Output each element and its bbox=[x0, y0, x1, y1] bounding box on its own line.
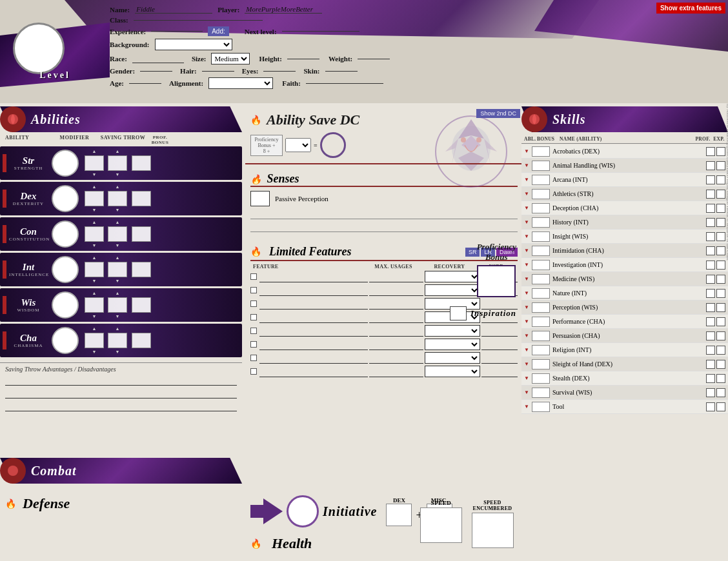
lf-checkbox-5[interactable] bbox=[250, 341, 257, 348]
skill-prof-9[interactable] bbox=[706, 275, 715, 284]
skill-exp-9[interactable] bbox=[716, 275, 725, 284]
skill-exp-1[interactable] bbox=[716, 161, 725, 170]
speed-encumbered-box[interactable] bbox=[472, 513, 514, 548]
lf-recovery-select-1[interactable]: SRLRDawn bbox=[425, 284, 480, 296]
prof-bonus-con[interactable] bbox=[132, 226, 151, 242]
ability-modifier-dex[interactable] bbox=[85, 191, 104, 206]
skill-prof-14[interactable] bbox=[706, 346, 715, 355]
skill-exp-5[interactable] bbox=[716, 218, 725, 227]
saving-throw-line-1[interactable] bbox=[5, 375, 237, 386]
lf-feature-field-3[interactable] bbox=[259, 311, 368, 323]
lf-max-field-3[interactable] bbox=[369, 311, 423, 323]
skill-bonus-9[interactable] bbox=[532, 274, 550, 284]
skill-exp-10[interactable] bbox=[716, 289, 725, 298]
skill-exp-3[interactable] bbox=[716, 190, 725, 199]
lf-checkbox-7[interactable] bbox=[250, 368, 257, 375]
skill-exp-14[interactable] bbox=[716, 346, 725, 355]
add-exp-button[interactable]: Add: bbox=[208, 26, 229, 36]
skill-exp-15[interactable] bbox=[716, 360, 725, 369]
class-value[interactable] bbox=[134, 20, 263, 21]
passive-perception-box[interactable] bbox=[250, 191, 270, 206]
dex-box[interactable] bbox=[386, 504, 412, 526]
skill-exp-18[interactable] bbox=[716, 402, 725, 411]
lf-recovery-select-0[interactable]: SRLRDawn bbox=[425, 271, 480, 282]
lf-recovery-select-6[interactable]: SRLRDawn bbox=[425, 352, 480, 364]
skill-prof-1[interactable] bbox=[706, 161, 715, 170]
skill-bonus-8[interactable] bbox=[532, 260, 550, 270]
lf-checkbox-0[interactable] bbox=[250, 273, 257, 280]
lf-feature-field-7[interactable] bbox=[259, 366, 368, 377]
lf-max-field-5[interactable] bbox=[369, 339, 423, 350]
skill-prof-4[interactable] bbox=[706, 204, 715, 213]
faith-value[interactable] bbox=[306, 83, 383, 84]
skill-bonus-7[interactable] bbox=[532, 246, 550, 256]
lf-max-field-2[interactable] bbox=[369, 298, 423, 310]
lf-used-field-4[interactable] bbox=[481, 325, 518, 337]
adc-ability-select[interactable] bbox=[285, 138, 311, 152]
saving-throw-line-3[interactable] bbox=[5, 401, 237, 411]
lf-feature-field-5[interactable] bbox=[259, 339, 368, 350]
skill-bonus-1[interactable] bbox=[532, 161, 550, 171]
skin-value[interactable] bbox=[325, 71, 358, 72]
saving-throw-int[interactable] bbox=[108, 262, 127, 277]
lf-feature-field-4[interactable] bbox=[259, 325, 368, 337]
sense-line-1[interactable] bbox=[250, 209, 518, 219]
prof-bonus-dex[interactable] bbox=[132, 191, 151, 206]
lf-feature-field-6[interactable] bbox=[259, 352, 368, 364]
skill-bonus-13[interactable] bbox=[532, 331, 550, 341]
next-level-value[interactable] bbox=[282, 31, 359, 32]
skill-bonus-16[interactable] bbox=[532, 373, 550, 384]
lf-checkbox-3[interactable] bbox=[250, 314, 257, 320]
height-value[interactable] bbox=[287, 59, 319, 59]
skill-exp-4[interactable] bbox=[716, 204, 725, 213]
lf-recovery-select-4[interactable]: SRLRDawn bbox=[425, 325, 480, 337]
skill-prof-0[interactable] bbox=[706, 147, 715, 156]
ability-modifier-str[interactable] bbox=[85, 155, 104, 171]
skill-exp-11[interactable] bbox=[716, 303, 725, 312]
skill-prof-18[interactable] bbox=[706, 402, 715, 411]
skill-bonus-2[interactable] bbox=[532, 175, 550, 185]
saving-throw-cha[interactable] bbox=[108, 333, 127, 348]
speed-box[interactable] bbox=[420, 507, 462, 543]
lf-max-field-6[interactable] bbox=[369, 352, 423, 364]
skill-bonus-5[interactable] bbox=[532, 217, 550, 228]
skill-bonus-15[interactable] bbox=[532, 359, 550, 369]
prof-bonus-str[interactable] bbox=[132, 155, 151, 171]
ability-score-cha[interactable] bbox=[52, 327, 79, 354]
skill-exp-17[interactable] bbox=[716, 388, 725, 397]
skill-prof-6[interactable] bbox=[706, 232, 715, 241]
skill-bonus-14[interactable] bbox=[532, 345, 550, 355]
skill-bonus-11[interactable] bbox=[532, 302, 550, 313]
prof-bonus-int[interactable] bbox=[132, 262, 151, 277]
level-circle[interactable] bbox=[13, 23, 65, 74]
lf-used-field-6[interactable] bbox=[481, 352, 518, 364]
lf-max-field-1[interactable] bbox=[369, 284, 423, 296]
lf-max-field-7[interactable] bbox=[369, 366, 423, 377]
saving-throw-dex[interactable] bbox=[108, 191, 127, 206]
lf-checkbox-6[interactable] bbox=[250, 355, 257, 361]
exp-value[interactable] bbox=[151, 31, 203, 32]
skill-prof-2[interactable] bbox=[706, 175, 715, 184]
saving-throw-str[interactable] bbox=[108, 155, 127, 171]
skill-exp-2[interactable] bbox=[716, 175, 725, 184]
skill-exp-13[interactable] bbox=[716, 331, 725, 340]
gender-value[interactable] bbox=[140, 71, 172, 72]
skill-prof-12[interactable] bbox=[706, 317, 715, 326]
skill-exp-6[interactable] bbox=[716, 232, 725, 241]
lf-checkbox-4[interactable] bbox=[250, 328, 257, 334]
skill-exp-16[interactable] bbox=[716, 374, 725, 383]
prof-bonus-cha[interactable] bbox=[132, 333, 151, 348]
show-2nd-dc-button[interactable]: Show 2nd DC bbox=[476, 109, 520, 118]
skill-bonus-0[interactable] bbox=[532, 146, 550, 157]
lf-max-field-4[interactable] bbox=[369, 325, 423, 337]
skill-prof-16[interactable] bbox=[706, 374, 715, 383]
lf-used-field-7[interactable] bbox=[481, 366, 518, 377]
skill-prof-10[interactable] bbox=[706, 289, 715, 298]
sense-line-2[interactable] bbox=[250, 222, 518, 232]
skill-exp-12[interactable] bbox=[716, 317, 725, 326]
ability-modifier-con[interactable] bbox=[85, 226, 104, 242]
ability-modifier-wis[interactable] bbox=[85, 297, 104, 313]
ability-score-str[interactable] bbox=[52, 150, 79, 177]
lf-feature-field-1[interactable] bbox=[259, 284, 368, 296]
saving-throw-con[interactable] bbox=[108, 226, 127, 242]
